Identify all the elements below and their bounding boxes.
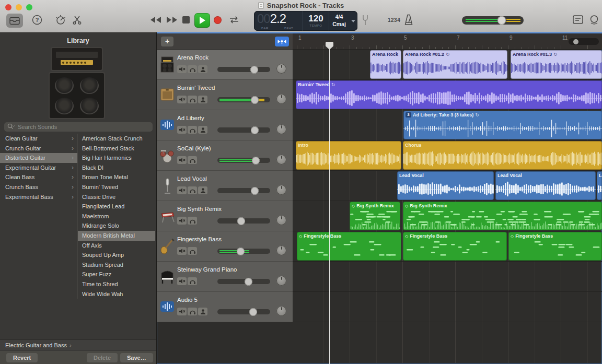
track-pan-knob[interactable]	[276, 64, 286, 74]
timeline-track-lane[interactable]: IntroChorus	[293, 140, 602, 171]
region[interactable]: ◇Fingerstyle Bass	[297, 232, 401, 261]
library-category-item[interactable]: Clean Guitar›	[0, 134, 77, 144]
timeline-track-lane[interactable]: Arena RockArena Rock #01.2↻Arena Rock #0…	[293, 50, 602, 80]
track-mute-button[interactable]	[177, 277, 187, 285]
library-preset-item[interactable]: Stadium Spread	[78, 260, 155, 270]
library-preset-item[interactable]: Maelstrom	[78, 212, 155, 221]
track-volume-slider[interactable]	[217, 97, 270, 102]
track-header[interactable]: Audio 5	[157, 292, 293, 322]
volume-knob[interactable]	[237, 217, 245, 225]
library-preset-item[interactable]: Brown Tone Metal	[78, 172, 155, 182]
library-preset-item[interactable]: Black DI	[78, 163, 155, 173]
track-pan-knob[interactable]	[276, 245, 286, 255]
play-button[interactable]	[194, 13, 210, 28]
volume-knob[interactable]	[251, 187, 259, 195]
library-category-item[interactable]: Clean Bass›	[0, 172, 77, 182]
stop-button[interactable]	[182, 16, 190, 24]
track-pan-knob[interactable]	[276, 306, 286, 316]
track-pan-knob[interactable]	[276, 94, 286, 104]
library-preset-item[interactable]: Bell-Bottomed Stack	[78, 144, 155, 154]
region[interactable]: Arena Rock #01.3↻	[511, 50, 602, 79]
track-volume-slider[interactable]	[217, 309, 270, 314]
library-category-item[interactable]: Crunch Guitar›	[0, 144, 77, 154]
track-solo-button[interactable]	[188, 126, 197, 134]
quick-help-button[interactable]: ?	[31, 14, 43, 26]
library-preset-item[interactable]: Flangilated Lead	[78, 202, 155, 212]
library-category-item[interactable]: Distorted Guitar›	[0, 153, 77, 163]
volume-knob[interactable]	[251, 96, 259, 104]
track-mute-button[interactable]	[177, 65, 187, 73]
track-input-button[interactable]	[198, 65, 207, 73]
region[interactable]: ◇Fingerstyle Bass	[403, 232, 507, 261]
region[interactable]: Lead Vocal	[397, 171, 494, 200]
add-track-button[interactable]: +	[161, 37, 173, 46]
zoom-slider-knob[interactable]	[573, 39, 578, 44]
volume-knob[interactable]	[245, 278, 252, 286]
timeline-track-lane[interactable]: Lead VocalLead VocalLead Vocal	[293, 171, 602, 201]
track-solo-button[interactable]	[188, 308, 197, 315]
region[interactable]: ◇Fingerstyle Bass	[508, 232, 602, 261]
track-mute-button[interactable]	[177, 126, 187, 134]
track-pan-knob[interactable]	[276, 215, 286, 225]
smart-controls-button[interactable]	[54, 14, 67, 27]
track-volume-slider[interactable]	[217, 67, 270, 72]
track-header[interactable]: Arena Rock	[157, 50, 293, 80]
loop-browser-button[interactable]	[589, 15, 599, 25]
library-category-item[interactable]: Crunch Bass›	[0, 182, 77, 192]
metronome-button[interactable]	[403, 14, 414, 26]
region[interactable]: 3Ad Liberty: Take 3 (3 takes)↻	[403, 111, 602, 139]
track-volume-slider[interactable]	[217, 279, 270, 284]
library-preset-item[interactable]: Big Hair Harmonics	[78, 153, 155, 163]
track-mute-button[interactable]	[177, 308, 187, 315]
track-solo-button[interactable]	[188, 186, 197, 194]
track-header[interactable]: Steinway Grand Piano	[157, 262, 293, 292]
count-in-button[interactable]: 1234	[388, 17, 400, 23]
track-mute-button[interactable]	[177, 96, 187, 103]
delete-button[interactable]: Delete	[87, 353, 118, 362]
library-preset-item[interactable]: Souped Up Amp	[78, 250, 155, 260]
track-volume-slider[interactable]	[217, 218, 270, 224]
library-preset-item[interactable]: Modern British Metal	[78, 231, 155, 241]
cycle-button[interactable]	[228, 15, 240, 25]
timeline-ruler[interactable]: 1357911	[293, 33, 602, 50]
save-button[interactable]: Save…	[120, 353, 153, 362]
library-preset-item[interactable]: Burnin' Tweed	[78, 182, 155, 192]
track-solo-button[interactable]	[188, 156, 197, 164]
track-mute-button[interactable]	[177, 217, 187, 225]
library-preset-item[interactable]: Classic Drive	[78, 192, 155, 202]
library-category-item[interactable]: Experimental Guitar›	[0, 163, 77, 173]
region[interactable]: Lead Vocal	[597, 171, 602, 200]
library-preset-item[interactable]: Wide Wide Wah	[78, 289, 155, 299]
track-header[interactable]: Fingerstyle Bass	[157, 231, 293, 262]
timeline-track-lane[interactable]: ◇Big Synth Remix◇Big Synth Remix	[293, 201, 602, 231]
track-header[interactable]: Ad Liberty	[157, 110, 293, 140]
volume-knob[interactable]	[237, 248, 245, 255]
track-mute-button[interactable]	[177, 186, 187, 194]
volume-knob[interactable]	[252, 157, 260, 165]
master-volume-slider[interactable]	[462, 16, 524, 25]
lcd-display[interactable]: 002.2 BAR BEAT 120 TEMPO 4/4 Cmaj	[254, 11, 357, 31]
library-preset-item[interactable]: Midrange Solo	[78, 221, 155, 231]
track-solo-button[interactable]	[188, 217, 197, 225]
forward-button[interactable]	[166, 16, 178, 24]
library-preset-item[interactable]: Super Fuzz	[78, 269, 155, 279]
track-pan-knob[interactable]	[276, 185, 286, 195]
region[interactable]: ◇Big Synth Remix	[403, 202, 602, 230]
revert-button[interactable]: Revert	[6, 353, 38, 362]
track-header[interactable]: Lead Vocal	[157, 171, 293, 201]
track-input-button[interactable]	[198, 96, 207, 103]
library-preset-item[interactable]: Off Axis	[78, 241, 155, 251]
timeline-track-lane[interactable]	[293, 292, 602, 322]
library-toggle-button[interactable]	[6, 14, 23, 28]
track-mute-button[interactable]	[177, 156, 187, 164]
track-volume-slider[interactable]	[217, 158, 270, 163]
track-volume-slider[interactable]	[217, 127, 270, 133]
track-solo-button[interactable]	[188, 277, 197, 285]
library-category-item[interactable]: Experimental Bass›	[0, 192, 77, 202]
record-button[interactable]	[214, 16, 222, 24]
track-header[interactable]: SoCal (Kyle)	[157, 140, 293, 171]
library-preset-item[interactable]: American Stack Crunch	[78, 134, 155, 144]
track-solo-button[interactable]	[188, 65, 197, 73]
library-preset-item[interactable]: Time to Shred	[78, 279, 155, 289]
track-mute-button[interactable]	[177, 247, 187, 255]
